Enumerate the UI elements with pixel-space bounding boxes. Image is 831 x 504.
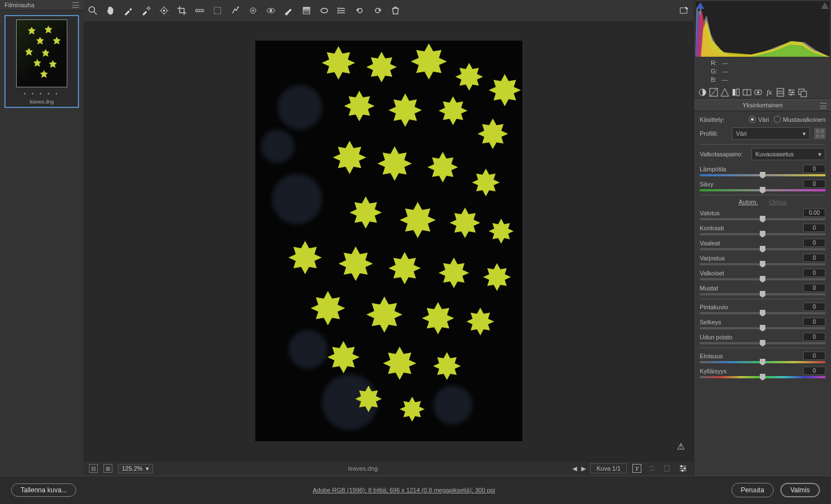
whites-slider[interactable]: Valkoiset0 [700, 269, 825, 280]
svg-point-28 [757, 91, 759, 93]
shadows-slider[interactable]: Varjostus0 [700, 254, 825, 265]
status-filename: leaves.dng [159, 465, 567, 472]
snapshots-tab-icon[interactable] [798, 87, 808, 97]
zoom-out-fit-icon[interactable]: ⊟ [89, 464, 98, 473]
detail-tab-icon[interactable] [720, 87, 730, 97]
done-button[interactable]: Valmis [780, 483, 820, 497]
svg-point-32 [789, 90, 791, 91]
spot-removal-icon[interactable] [230, 6, 240, 16]
wb-label: Valkotasapaino: [700, 151, 747, 157]
workflow-options-link[interactable]: Adobe RGB (1998); 8 bittiä; 696 x 1214 (… [76, 487, 731, 493]
straighten-tool-icon[interactable] [195, 6, 205, 16]
texture-slider[interactable]: Pintakuvio0 [700, 303, 825, 314]
svg-point-20 [682, 470, 684, 472]
treatment-bw-radio[interactable]: Mustavalkoinen [774, 116, 825, 123]
filmstrip-panel: Filminauha • • • • • leaves.dng ⚙ [0, 0, 83, 476]
prev-image-icon[interactable]: ◀ [572, 465, 577, 472]
contrast-slider[interactable]: Kontrasti0 [700, 224, 825, 235]
top-toolbar [83, 0, 694, 21]
svg-point-34 [790, 94, 792, 96]
cancel-button[interactable]: Peruuta [731, 483, 774, 497]
blacks-slider[interactable]: Mustat0 [700, 284, 825, 295]
open-object-icon[interactable] [679, 6, 689, 16]
adjustment-brush-icon[interactable] [284, 6, 294, 16]
effects-tab-icon[interactable]: fx [764, 87, 774, 97]
dehaze-slider[interactable]: Udun poisto0 [700, 333, 825, 344]
default-button[interactable]: Oletus [769, 199, 787, 205]
zoom-in-fit-icon[interactable]: ⊞ [103, 464, 112, 473]
svg-point-19 [684, 468, 686, 470]
targeted-adjustment-icon[interactable] [159, 6, 169, 16]
svg-point-15 [338, 12, 339, 13]
profile-label: Profiili: [700, 130, 728, 137]
wb-select[interactable]: Kuvausasetus▾ [751, 148, 825, 160]
svg-point-10 [270, 9, 272, 12]
svg-point-12 [321, 8, 328, 13]
exposure-slider[interactable]: Valotus0.00 [700, 209, 825, 220]
clarity-slider[interactable]: Selkeys0 [700, 318, 825, 329]
radial-filter-icon[interactable] [319, 6, 329, 16]
filmstrip-menu-icon[interactable] [72, 2, 79, 8]
tint-slider[interactable]: Sävy0 [700, 180, 825, 191]
split-tab-icon[interactable] [742, 87, 752, 97]
thumbnail-filename: leaves.dng [29, 99, 54, 105]
rgb-readout: R: --- G: --- B: --- [694, 58, 831, 86]
curve-tab-icon[interactable] [709, 87, 719, 97]
svg-rect-29 [777, 88, 784, 96]
image-preview [255, 41, 522, 441]
svg-rect-11 [303, 7, 310, 14]
svg-point-18 [681, 466, 682, 467]
highlights-slider[interactable]: Vaaleat0 [700, 239, 825, 250]
vibrance-slider[interactable]: Eloisuus0 [700, 352, 825, 363]
presets-tab-icon[interactable] [787, 87, 797, 97]
filmstrip-title: Filminauha [4, 2, 34, 8]
svg-point-4 [164, 10, 165, 12]
image-canvas-area[interactable]: ⚠ [83, 21, 694, 461]
copy-settings-icon [662, 463, 672, 473]
adjustments-panel: R: --- G: --- B: --- fx Yksinkertainen K… [694, 0, 831, 476]
white-balance-eyedropper-icon[interactable] [123, 6, 133, 16]
basic-tab-icon[interactable] [698, 87, 708, 97]
temperature-slider[interactable]: Lämpötila0 [700, 165, 825, 176]
zoom-tool-icon[interactable] [88, 6, 98, 16]
treatment-color-radio[interactable]: Väri [749, 116, 769, 123]
swap-icon [647, 463, 657, 473]
calibration-tab-icon[interactable] [775, 87, 785, 97]
crop-tool-icon[interactable] [177, 6, 187, 16]
profile-select[interactable]: Väri▾ [732, 127, 810, 140]
list-icon[interactable] [337, 6, 347, 16]
image-counter: Kuva 1/1 [590, 463, 626, 473]
warning-icon[interactable]: ⚠ [677, 441, 685, 452]
svg-point-13 [338, 8, 339, 9]
rotate-cw-icon[interactable] [373, 6, 383, 16]
transform-tool-icon[interactable] [212, 6, 222, 16]
color-sampler-icon[interactable] [141, 6, 151, 16]
histogram[interactable] [695, 1, 830, 57]
rating-dots[interactable]: • • • • • [24, 91, 60, 97]
trash-icon[interactable] [390, 6, 400, 16]
svg-point-2 [147, 7, 150, 9]
shadow-clip-toggle-icon[interactable] [696, 2, 704, 9]
panel-menu-icon[interactable] [820, 103, 827, 108]
svg-rect-17 [665, 466, 669, 471]
svg-rect-23 [733, 89, 735, 96]
rotate-ccw-icon[interactable] [355, 6, 365, 16]
svg-point-7 [238, 7, 239, 8]
filmstrip-thumbnail[interactable]: • • • • • leaves.dng [4, 15, 79, 108]
add-point-icon[interactable] [248, 6, 258, 16]
svg-point-33 [792, 92, 794, 93]
auto-button[interactable]: Autom. [739, 199, 758, 205]
next-image-icon[interactable]: ▶ [581, 465, 586, 472]
save-image-button[interactable]: Tallenna kuva... [11, 483, 76, 497]
profile-browser-icon[interactable] [814, 128, 825, 139]
hand-tool-icon[interactable] [106, 6, 116, 16]
before-after-toggle[interactable]: Y [632, 464, 641, 473]
lens-tab-icon[interactable] [753, 87, 763, 97]
zoom-level-select[interactable]: 125.2% ▾ [118, 464, 153, 473]
graduated-filter-icon[interactable] [301, 6, 311, 16]
saturation-slider[interactable]: Kylläisyys0 [700, 367, 825, 378]
highlight-clip-toggle-icon[interactable] [821, 2, 829, 9]
mixer-tab-icon[interactable] [731, 87, 741, 97]
redeye-tool-icon[interactable] [266, 6, 276, 16]
sliders-icon[interactable] [678, 463, 688, 473]
